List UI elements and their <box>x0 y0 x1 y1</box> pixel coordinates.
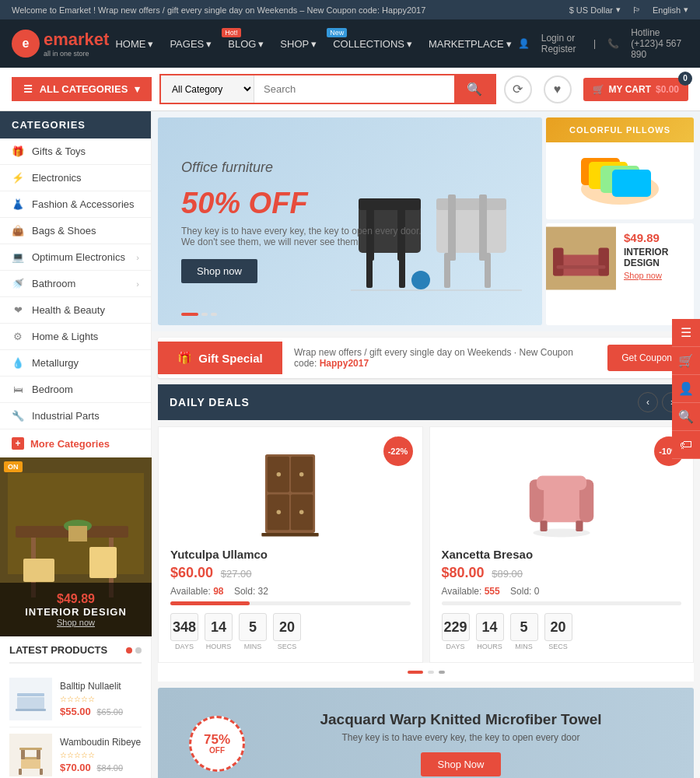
svg-rect-12 <box>16 709 46 711</box>
float-cart-btn[interactable]: 🛒 <box>672 347 700 375</box>
svg-rect-15 <box>21 759 40 769</box>
deal-svg-2 <box>519 441 604 546</box>
product-price-2: $70.00 $84.00 <box>60 762 142 773</box>
svg-rect-16 <box>19 769 22 775</box>
sidebar-item-bags[interactable]: 👜 Bags & Shoes <box>0 218 151 244</box>
deal-prev-button[interactable]: ‹ <box>638 392 658 412</box>
float-menu-btn[interactable]: ☰ <box>672 319 700 347</box>
main-content: CATEGORIES 🎁 Gifts & Toys ⚡ Electronics … <box>0 111 700 778</box>
sidebar-item-health[interactable]: ❤ Health & Beauty <box>0 297 151 324</box>
hero-discount: 50% OFF <box>181 182 519 219</box>
interior-card[interactable]: $49.89 INTERIOR DESIGN Shop now <box>546 223 694 325</box>
sidebar-item-bedroom[interactable]: 🛏 Bedroom <box>0 377 151 403</box>
sidebar-interior-banner[interactable]: ON $49.89 INTERIOR DESIGN Shop now <box>0 457 152 636</box>
category-select[interactable]: All Category <box>161 75 254 103</box>
more-categories[interactable]: + More Categories <box>0 429 151 457</box>
on-badge: ON <box>4 461 23 472</box>
sidebar-item-fashion[interactable]: 👗 Fashion & Accessories <box>0 191 151 218</box>
interior-link[interactable]: Shop now <box>624 271 686 280</box>
deal-card-1[interactable]: -22% Yutc <box>158 426 423 663</box>
logo[interactable]: e emarket all in one store <box>12 30 109 58</box>
language-chevron: ▾ <box>684 5 688 15</box>
latest-products-title: LATEST PRODUCTS <box>9 644 142 664</box>
svg-point-56 <box>277 472 282 477</box>
float-search-btn[interactable]: 🔍 <box>672 403 700 431</box>
hero-desc: They key is to have every key, the key t… <box>181 226 519 247</box>
header: e emarket all in one store HOME ▾ PAGES … <box>0 19 700 68</box>
wide-banner-button[interactable]: Shop Now <box>421 752 502 776</box>
product-name-2: Wamboudin Ribeye <box>60 737 142 749</box>
deal-avail-2: Available: 555 Sold: 0 <box>442 586 682 597</box>
cart-button[interactable]: 🛒 0 MY CART $0.00 <box>583 78 688 101</box>
sidebar-label-metallurgy: Metallurgy <box>32 357 79 369</box>
login-link[interactable]: Login or Register <box>541 33 582 54</box>
language-selector[interactable]: English ▾ <box>653 5 688 15</box>
deal-avail-1: Available: 98 Sold: 32 <box>170 586 411 597</box>
logo-text: emarket all in one store <box>44 30 109 58</box>
hero-shop-button[interactable]: Shop now <box>181 259 257 283</box>
pillows-card[interactable]: COLORFUL PILLOWS Starts at $29. <box>546 117 694 219</box>
hero-main-banner[interactable]: Office furniture 50% OFF They key is to … <box>158 117 542 325</box>
sidebar-item-electronics[interactable]: ⚡ Electronics <box>0 165 151 191</box>
nav-pages[interactable]: PAGES ▾ <box>163 34 218 54</box>
home-lights-icon: ⚙ <box>12 331 24 342</box>
countdown-hours-2: 14 HOURS <box>476 613 504 650</box>
language-label: English <box>653 5 681 15</box>
product-price-1: $55.00 $65.00 <box>60 706 142 717</box>
deal-price-1: $60.00 <box>170 565 213 580</box>
nav-collections[interactable]: New COLLECTIONS ▾ <box>327 34 418 54</box>
wide-banner[interactable]: 75% OFF Jacquard Warp Knitted Microfiber… <box>158 688 694 778</box>
deal-card-2[interactable]: -10% Xancetta Bresao $80.00 <box>429 426 695 663</box>
more-categories-label: More Categories <box>30 438 110 450</box>
pillows-title: COLORFUL PILLOWS <box>554 125 686 135</box>
sidebar-item-metallurgy[interactable]: 💧 Metallurgy <box>0 350 151 377</box>
currency-selector[interactable]: $ US Dollar ▾ <box>569 5 621 15</box>
deal-name-1: Yutculpa Ullamco <box>170 548 411 561</box>
nav-marketplace[interactable]: MARKETPLACE ▾ <box>422 34 518 54</box>
search-button[interactable]: 🔍 <box>454 75 495 103</box>
float-user-btn[interactable]: 👤 <box>672 375 700 403</box>
deal-price-2: $80.00 <box>442 565 485 580</box>
wishlist-button[interactable]: ♥ <box>544 75 572 103</box>
top-bar: Welcome to Emarket ! Wrap new offers / g… <box>0 0 700 19</box>
collections-chevron: ▾ <box>407 38 412 50</box>
sidebar-item-industrial[interactable]: 🔧 Industrial Parts <box>0 403 151 429</box>
float-tag-btn[interactable]: 🏷 <box>672 431 700 459</box>
home-chevron: ▾ <box>148 38 153 50</box>
sidebar-item-optimum[interactable]: 💻 Optimum Electronics › <box>0 244 151 271</box>
countdown-days-1: 348 DAYS <box>170 613 198 650</box>
latest-product-2[interactable]: Wamboudin Ribeye ☆☆☆☆☆ $70.00 $84.00 <box>9 727 142 778</box>
sidebar-label-industrial: Industrial Parts <box>32 410 100 422</box>
dot-inactive-2 <box>439 671 445 674</box>
refresh-button[interactable]: ⟳ <box>504 75 532 103</box>
product-info-2: Wamboudin Ribeye ☆☆☆☆☆ $70.00 $84.00 <box>60 737 142 774</box>
latest-product-1[interactable]: Balltip Nullaelit ☆☆☆☆☆ $55.00 $65.00 <box>9 671 142 727</box>
banner-link[interactable]: Shop now <box>9 618 142 627</box>
sidebar-item-gifts[interactable]: 🎁 Gifts & Toys <box>0 138 151 165</box>
title-dots <box>126 647 142 654</box>
search-input[interactable] <box>254 75 454 103</box>
dot-2 <box>201 313 208 316</box>
daily-deals-title: DAILY DEALS <box>170 396 250 408</box>
pillows-svg <box>565 150 674 212</box>
sidebar-label-optimum: Optimum Electronics <box>32 251 125 263</box>
svg-rect-13 <box>9 734 52 776</box>
sidebar-item-bathroom[interactable]: 🚿 Bathroom › <box>0 271 151 297</box>
interior-svg <box>546 223 616 293</box>
hero-side-cards: COLORFUL PILLOWS Starts at $29. <box>546 117 694 325</box>
sidebar-item-home-lights[interactable]: ⚙ Home & Lights <box>0 324 151 350</box>
svg-rect-20 <box>19 748 42 750</box>
interior-price: $49.89 <box>624 231 686 244</box>
deal-old-price-2: $89.00 <box>492 568 523 580</box>
nav-shop[interactable]: SHOP ▾ <box>274 34 323 54</box>
latest-products: LATEST PRODUCTS Balltip Nul <box>0 636 151 778</box>
deal-prices-2: $80.00 $89.00 <box>442 565 682 581</box>
all-categories-button[interactable]: ☰ ALL CATEGORIES ▾ <box>12 77 152 101</box>
hero-section: Office furniture 50% OFF They key is to … <box>152 111 700 331</box>
nav-home[interactable]: HOME ▾ <box>109 34 159 54</box>
sidebar-label-home-lights: Home & Lights <box>32 331 98 342</box>
brand-name: emarket <box>44 30 109 50</box>
svg-rect-48 <box>553 248 564 276</box>
nav-blog[interactable]: Hot! BLOG ▾ <box>222 34 270 54</box>
bathroom-icon: 🚿 <box>12 278 24 289</box>
